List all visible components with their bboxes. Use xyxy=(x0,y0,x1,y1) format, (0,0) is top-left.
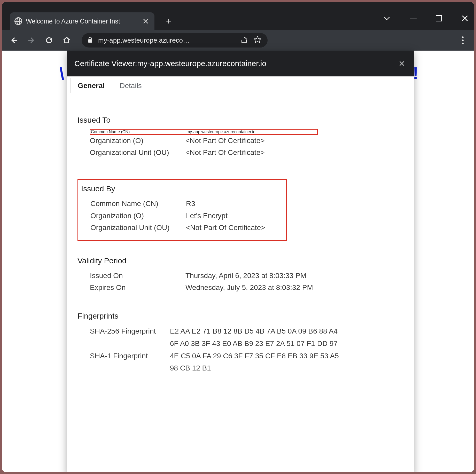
dialog-title-prefix: Certificate Viewer: xyxy=(74,59,137,68)
page-content: \ ! Certificate Viewer: my-app.westeurop… xyxy=(2,51,474,472)
highlight-issued-to-cn: Common Name (CN) my-app.westeurope.azure… xyxy=(90,129,318,135)
dialog-body: Issued To Common Name (CN) my-app.westeu… xyxy=(67,93,414,385)
issued-to-cn-label: Common Name (CN) xyxy=(91,130,186,134)
highlight-issued-by: Issued By Common Name (CN) R3 Organizati… xyxy=(77,179,287,241)
certificate-viewer-dialog: Certificate Viewer: my-app.westeurope.az… xyxy=(67,51,414,472)
issued-on-value: Thursday, April 6, 2023 at 8:03:33 PM xyxy=(185,270,403,282)
issued-by-block: Common Name (CN) R3 Organization (O) Let… xyxy=(78,198,281,234)
globe-icon xyxy=(14,17,22,25)
issued-by-cn-value: R3 xyxy=(186,198,281,210)
issued-to-block: Common Name (CN) my-app.westeurope.azure… xyxy=(77,129,403,159)
issued-by-o-label: Organization (O) xyxy=(90,210,186,222)
svg-marker-1 xyxy=(254,36,261,43)
bookmark-icon[interactable] xyxy=(254,36,261,45)
expires-on-label: Expires On xyxy=(90,282,185,294)
browser-tab[interactable]: Welcome to Azure Container Inst xyxy=(10,12,154,30)
sha1-value-line1: 4E C5 0A FA 29 C6 3F F7 35 CF E8 EB 33 9… xyxy=(170,350,403,362)
tab-details[interactable]: Details xyxy=(112,78,149,93)
dialog-header: Certificate Viewer: my-app.westeurope.az… xyxy=(67,51,414,76)
sha1-value-line2: 98 CB 12 B1 xyxy=(170,362,403,374)
page-heading-fragment-left: \ xyxy=(59,64,64,83)
sha256-value-line1: E2 AA E2 71 B8 12 8B D5 4B 7A B5 0A 09 B… xyxy=(170,325,403,337)
tab-search-button[interactable] xyxy=(383,14,391,22)
forward-button[interactable] xyxy=(26,35,37,45)
section-issued-by-title: Issued By xyxy=(81,184,281,193)
section-validity-title: Validity Period xyxy=(77,256,403,265)
fingerprints-block: SHA-256 Fingerprint E2 AA E2 71 B8 12 8B… xyxy=(77,325,403,374)
maximize-button[interactable] xyxy=(436,15,442,21)
sha256-label: SHA-256 Fingerprint xyxy=(90,325,170,337)
issued-to-ou-value: <Not Part Of Certificate> xyxy=(185,147,403,159)
menu-button[interactable] xyxy=(462,40,464,41)
minimize-button[interactable] xyxy=(410,19,417,19)
issued-by-ou-label: Organizational Unit (OU) xyxy=(90,222,186,234)
reload-button[interactable] xyxy=(44,35,54,45)
home-button[interactable] xyxy=(61,35,72,45)
issued-to-ou-label: Organizational Unit (OU) xyxy=(90,147,185,159)
issued-to-o-value: <Not Part Of Certificate> xyxy=(185,135,403,147)
browser-window: Welcome to Azure Container Inst ＋ xyxy=(2,2,474,472)
close-tab-button[interactable] xyxy=(142,18,149,25)
issued-to-cn-value: my-app.westeurope.azurecontainer.io xyxy=(186,130,317,134)
expires-on-value: Wednesday, July 5, 2023 at 8:03:32 PM xyxy=(185,282,403,294)
lock-icon[interactable] xyxy=(87,36,93,44)
section-fingerprints-title: Fingerprints xyxy=(77,312,403,320)
issued-by-cn-label: Common Name (CN) xyxy=(90,198,186,210)
titlebar: Welcome to Azure Container Inst ＋ xyxy=(2,2,474,30)
address-bar[interactable]: my-app.westeurope.azureco… xyxy=(82,33,268,48)
svg-rect-0 xyxy=(88,39,92,43)
url-text: my-app.westeurope.azureco… xyxy=(98,36,190,44)
tab-general[interactable]: General xyxy=(70,78,112,93)
back-button[interactable] xyxy=(9,35,19,45)
sha256-value-line2: 6F A0 3B 3F 43 E0 AB B9 23 E7 2A 51 07 F… xyxy=(170,337,403,350)
new-tab-button[interactable]: ＋ xyxy=(162,14,176,28)
dialog-title-host: my-app.westeurope.azurecontainer.io xyxy=(137,59,266,68)
validity-block: Issued On Thursday, April 6, 2023 at 8:0… xyxy=(77,270,403,294)
window-close-button[interactable] xyxy=(461,14,469,22)
sha1-label: SHA-1 Fingerprint xyxy=(90,350,170,362)
toolbar: my-app.westeurope.azureco… xyxy=(2,30,474,51)
issued-on-label: Issued On xyxy=(90,270,185,282)
dialog-tabs: General Details xyxy=(67,76,414,93)
issued-by-ou-value: <Not Part Of Certificate> xyxy=(186,222,281,234)
dialog-close-button[interactable] xyxy=(397,59,407,68)
tab-title: Welcome to Azure Container Inst xyxy=(26,18,120,25)
issued-by-o-value: Let's Encrypt xyxy=(186,210,281,222)
share-icon[interactable] xyxy=(241,36,248,44)
window-controls xyxy=(383,14,469,22)
section-issued-to-title: Issued To xyxy=(77,116,403,124)
issued-to-o-label: Organization (O) xyxy=(90,135,185,147)
